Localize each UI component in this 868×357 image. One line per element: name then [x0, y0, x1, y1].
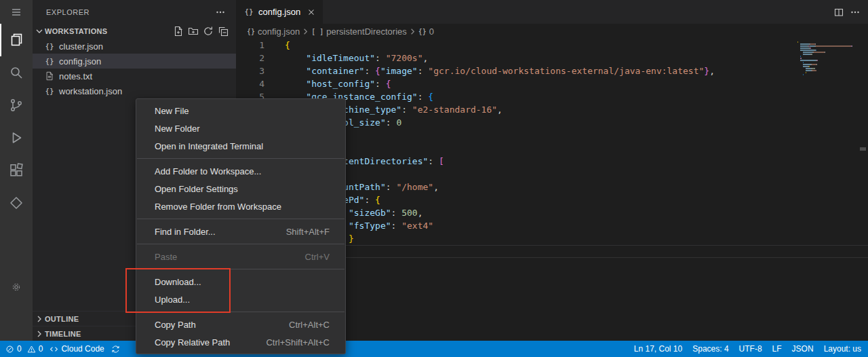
gear-icon	[11, 282, 22, 293]
new-folder-button[interactable]	[186, 24, 201, 39]
file-workstation-json[interactable]: {}workstation.json	[33, 83, 236, 98]
outline-panel-label: OUTLINE	[45, 315, 79, 323]
breadcrumb-label: 0	[429, 26, 434, 37]
error-icon	[5, 345, 14, 354]
collapse-all-button[interactable]	[216, 24, 231, 39]
file-notes-txt[interactable]: notes.txt	[33, 69, 236, 83]
extensions-icon	[8, 162, 24, 178]
split-editor-button[interactable]	[831, 5, 846, 20]
file-label: config.json	[59, 56, 101, 67]
breadcrumb-config-json[interactable]: {}config.json	[247, 26, 300, 37]
new-file-button[interactable]	[171, 24, 186, 39]
file-list: {}cluster.json{}config.jsonnotes.txt{}wo…	[33, 39, 236, 98]
menu-item-label: Add Folder to Workspace...	[155, 166, 261, 176]
menu-item-label: Open Folder Settings	[155, 184, 238, 194]
menu-item-new-file[interactable]: New File	[136, 102, 345, 119]
menu-item-shortcut: Ctrl+Alt+C	[289, 320, 330, 330]
breadcrumb-persistentdirectories[interactable]: [ ]persistentDirectories	[311, 26, 407, 37]
file-config-json[interactable]: {}config.json	[33, 54, 236, 69]
menu-item-download[interactable]: Download...	[136, 273, 345, 290]
overview-ruler-mark	[860, 147, 866, 151]
text-file-icon	[45, 71, 54, 81]
sync-status[interactable]	[111, 341, 120, 357]
menu-item-label: Open in Integrated Terminal	[155, 141, 263, 151]
menu-item-open-in-integrated-terminal[interactable]: Open in Integrated Terminal	[136, 137, 345, 155]
breadcrumb-0[interactable]: {}0	[418, 26, 434, 37]
close-icon[interactable]	[305, 6, 317, 18]
tab-label: config.json	[258, 7, 300, 17]
status-keyboard-layout[interactable]: Layout: us	[824, 344, 861, 354]
workspace-section-header[interactable]: WORKSTATIONS	[33, 24, 236, 39]
status-cursor-position[interactable]: Ln 17, Col 10	[634, 344, 682, 354]
file-cluster-json[interactable]: {}cluster.json	[33, 39, 236, 54]
tab-config-json[interactable]: {} config.json	[236, 0, 323, 24]
status-eol[interactable]: LF	[772, 344, 782, 354]
tab-bar: {} config.json	[236, 0, 868, 24]
menu-item-shortcut: Ctrl+V	[305, 252, 330, 262]
activity-bar-search[interactable]	[0, 56, 33, 89]
explorer-icon	[8, 32, 24, 48]
code-line[interactable]: 3 "container": {"image": "gcr.io/cloud-w…	[236, 64, 868, 77]
new-folder-icon	[188, 26, 199, 37]
status-encoding[interactable]: UTF-8	[739, 344, 762, 354]
status-language-mode[interactable]: JSON	[792, 344, 814, 354]
code-line[interactable]: 2 "idleTimeout": "7200s",	[236, 52, 868, 64]
activity-bar-extensions[interactable]	[0, 154, 33, 187]
json-file-icon: {}	[45, 42, 54, 51]
code-line[interactable]: 1{	[236, 39, 868, 52]
code-text: "idleTimeout": "7200s",	[285, 52, 428, 64]
ellipsis-icon	[215, 7, 226, 18]
file-label: workstation.json	[59, 86, 122, 96]
search-icon	[8, 64, 24, 81]
menu-item-new-folder[interactable]: New Folder	[136, 119, 345, 137]
menu-item-label: New Folder	[155, 124, 199, 134]
status-indentation[interactable]: Spaces: 4	[692, 344, 728, 354]
breadcrumb: {}config.json[ ]persistentDirectories{}0	[236, 24, 868, 39]
activity-bar-explorer[interactable]	[0, 24, 33, 56]
views-and-more-actions-button[interactable]	[213, 5, 228, 20]
activity-bar	[0, 0, 33, 341]
run-debug-icon	[8, 130, 24, 146]
activity-bar-menu[interactable]	[0, 0, 33, 24]
warning-count: 0	[39, 344, 43, 354]
refresh-button[interactable]	[201, 24, 216, 39]
menu-item-label: Upload...	[155, 295, 190, 305]
activity-bar-run-debug[interactable]	[0, 121, 33, 154]
menu-item-add-folder-to-workspace[interactable]: Add Folder to Workspace...	[136, 162, 345, 180]
refresh-icon	[203, 26, 214, 37]
activity-bar-cloud-code[interactable]	[0, 187, 33, 219]
menu-item-shortcut: Shift+Alt+F	[286, 227, 330, 237]
minimap[interactable]	[797, 41, 860, 76]
code-line[interactable]: 4 "host_config": {	[236, 77, 868, 90]
code-text: "container": {"image": "gcr.io/cloud-wor…	[285, 64, 715, 77]
menu-item-paste[interactable]: PasteCtrl+V	[136, 248, 345, 265]
timeline-panel-label: TIMELINE	[45, 330, 81, 338]
menu-item-upload[interactable]: Upload...	[136, 290, 345, 308]
menu-item-open-folder-settings[interactable]: Open Folder Settings	[136, 180, 345, 198]
code-text: "host_config": {	[285, 77, 391, 90]
line-number: 3	[236, 64, 285, 77]
menu-item-copy-path[interactable]: Copy PathCtrl+Alt+C	[136, 316, 345, 333]
more-actions-button[interactable]	[848, 5, 863, 20]
menu-item-copy-relative-path[interactable]: Copy Relative PathCtrl+Shift+Alt+C	[136, 333, 345, 351]
line-number: 4	[236, 77, 285, 90]
cloud-code-status[interactable]: Cloud Code	[50, 341, 104, 357]
menu-item-find-in-folder[interactable]: Find in Folder...Shift+Alt+F	[136, 223, 345, 240]
file-label: cluster.json	[59, 41, 103, 52]
breadcrumb-label: persistentDirectories	[326, 26, 407, 37]
sync-icon	[111, 345, 120, 354]
workstation-ide-window: EXPLORER WORKSTATIONS {}cluster.json{}co…	[0, 0, 868, 357]
cloud-code-icon	[8, 195, 24, 211]
problems-status[interactable]: 0 0	[5, 341, 43, 357]
menu-separator	[137, 219, 344, 219]
menu-item-label: Copy Relative Path	[155, 337, 230, 347]
menu-icon	[11, 7, 22, 18]
json-file-icon: {}	[45, 57, 54, 66]
menu-item-label: Copy Path	[155, 320, 196, 330]
activity-bar-settings[interactable]	[0, 275, 33, 299]
file-label: notes.txt	[59, 71, 92, 81]
activity-bar-source-control[interactable]	[0, 89, 33, 121]
status-bar: 0 0 Cloud Code Ln 17, Col 10Spaces: 4UTF…	[0, 341, 868, 357]
menu-item-remove-folder-from-workspace[interactable]: Remove Folder from Workspace	[136, 198, 345, 215]
menu-separator	[137, 269, 344, 269]
